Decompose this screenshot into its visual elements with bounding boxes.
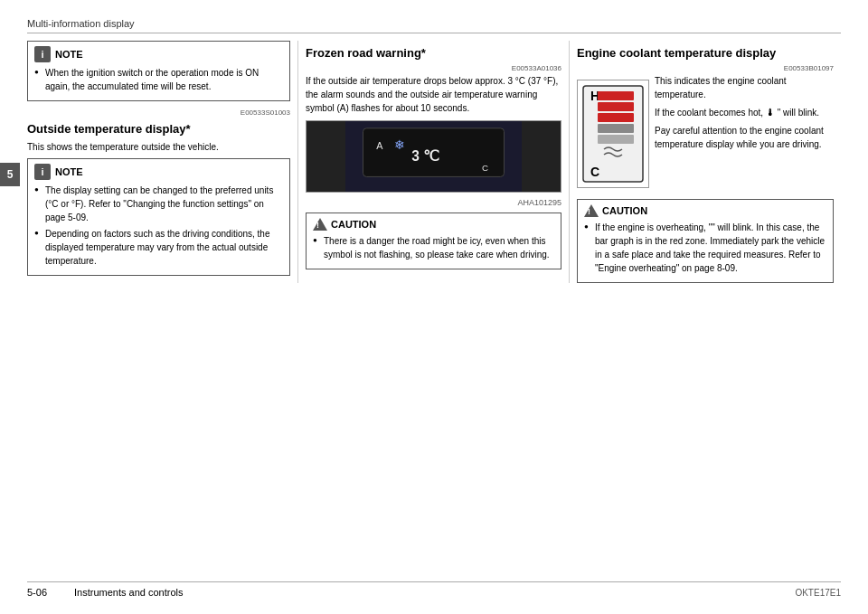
coolant-temp-code: E00533B01097 bbox=[577, 64, 834, 72]
coolant-body3: Pay careful attention to the engine cool… bbox=[655, 124, 834, 151]
page-container: Multi-information display 5 i NOTE When … bbox=[0, 0, 868, 614]
frozen-road-image: A ❄ 3 ℃ C bbox=[306, 120, 561, 193]
svg-rect-9 bbox=[598, 102, 634, 111]
note-box-1: i NOTE When the ignition switch or the o… bbox=[27, 41, 290, 101]
coolant-warning-icon: 🌡 bbox=[766, 108, 775, 118]
note-item-1-1: When the ignition switch or the operatio… bbox=[34, 66, 283, 93]
caution-item-2-1: There is a danger the road might be icy,… bbox=[313, 234, 554, 261]
note-header-1: i NOTE bbox=[34, 46, 283, 62]
caution-content-2: There is a danger the road might be icy,… bbox=[313, 234, 554, 261]
column-1: i NOTE When the ignition switch or the o… bbox=[27, 41, 298, 283]
note-icon-1: i bbox=[34, 46, 51, 62]
svg-text:C: C bbox=[590, 165, 599, 179]
note-content-2: The display setting can be changed to th… bbox=[34, 184, 283, 268]
frozen-road-title: Frozen road warning* bbox=[306, 46, 561, 60]
caution-header-2: CAUTION bbox=[313, 218, 554, 231]
note-item-2-2: Depending on factors such as the driving… bbox=[34, 227, 283, 268]
svg-rect-11 bbox=[598, 124, 634, 133]
note-item-2-1: The display setting can be changed to th… bbox=[34, 184, 283, 224]
column-3: Engine coolant temperature display E0053… bbox=[570, 41, 841, 283]
page-footer: 5-06 Instruments and controls OKTE17E1 bbox=[27, 581, 841, 598]
caution-header-3: CAUTION bbox=[584, 204, 826, 217]
footer-section-title: Instruments and controls bbox=[74, 587, 183, 598]
coolant-layout: H C bbox=[577, 74, 834, 194]
svg-rect-8 bbox=[598, 91, 634, 100]
outside-temp-code: E00533S01003 bbox=[27, 109, 290, 117]
coolant-text-area: This indicates the engine coolant temper… bbox=[655, 74, 834, 194]
caution-label-3: CAUTION bbox=[602, 205, 647, 216]
caution-label-2: CAUTION bbox=[331, 219, 376, 230]
note-label-1: NOTE bbox=[55, 49, 83, 60]
outside-temp-title: Outside temperature display* bbox=[27, 122, 290, 136]
svg-text:❄: ❄ bbox=[394, 138, 405, 152]
coolant-body1: This indicates the engine coolant temper… bbox=[655, 74, 834, 101]
svg-rect-12 bbox=[598, 135, 634, 144]
footer-left: 5-06 Instruments and controls bbox=[27, 587, 183, 598]
caution-triangle-3 bbox=[584, 204, 599, 217]
caution-box-2: CAUTION There is a danger the road might… bbox=[306, 213, 561, 269]
note-icon-2: i bbox=[34, 164, 51, 180]
caution-triangle-2 bbox=[313, 218, 327, 231]
content-area: i NOTE When the ignition switch or the o… bbox=[27, 41, 841, 283]
chapter-marker: 5 bbox=[0, 163, 20, 186]
footer-code: OKTE17E1 bbox=[795, 588, 841, 598]
footer-page-number: 5-06 bbox=[27, 587, 47, 598]
coolant-temp-title: Engine coolant temperature display bbox=[577, 46, 834, 60]
frozen-road-code: E00533A01036 bbox=[306, 64, 561, 72]
coolant-body2: If the coolant becomes hot, 🌡 " will bli… bbox=[655, 106, 834, 119]
column-2: Frozen road warning* E00533A01036 If the… bbox=[298, 41, 570, 283]
note-label-2: NOTE bbox=[55, 166, 83, 177]
svg-text:C: C bbox=[482, 163, 488, 173]
header-title: Multi-information display bbox=[27, 18, 135, 29]
frozen-road-body: If the outside air temperature drops bel… bbox=[306, 74, 561, 115]
image-caption-frozen: AHA101295 bbox=[306, 198, 561, 207]
svg-text:A: A bbox=[376, 140, 383, 151]
svg-rect-10 bbox=[598, 113, 634, 122]
caution-content-3: If the engine is overheating, "" will bl… bbox=[584, 221, 826, 275]
coolant-image: H C bbox=[577, 80, 649, 188]
page-header: Multi-information display bbox=[27, 18, 841, 33]
footer-center: OKTE17E1 bbox=[795, 588, 841, 598]
svg-text:3 ℃: 3 ℃ bbox=[411, 148, 439, 164]
outside-temp-body: This shows the temperature outside the v… bbox=[27, 140, 290, 154]
note-content-1: When the ignition switch or the operatio… bbox=[34, 66, 283, 93]
caution-box-3: CAUTION If the engine is overheating, ""… bbox=[577, 199, 834, 283]
note-box-2: i NOTE The display setting can be change… bbox=[27, 158, 290, 276]
chapter-number: 5 bbox=[7, 168, 14, 181]
note-header-2: i NOTE bbox=[34, 164, 283, 180]
caution-item-3-1: If the engine is overheating, "" will bl… bbox=[584, 221, 826, 275]
